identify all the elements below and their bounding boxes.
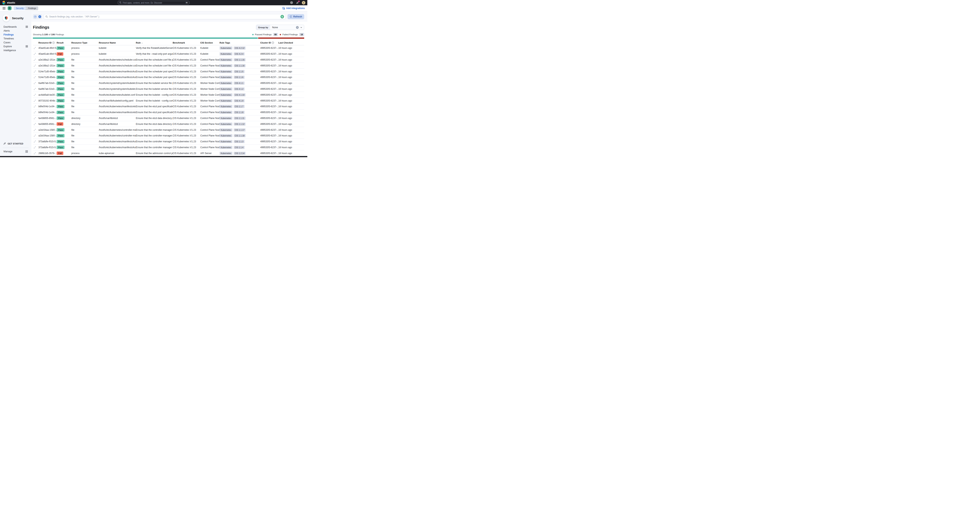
findings-legend: Passed Findings 88 Failed Findings 18 [252,33,304,36]
expand-row-icon[interactable]: ⤢ [33,129,36,131]
help-icon[interactable]: ? [272,41,274,44]
rule-tag-badge: CIS 1.1.4 [234,146,245,149]
expand-row-icon[interactable]: ⤢ [33,105,36,108]
sidebar-item-timelines[interactable]: Timelines [3,37,29,40]
saved-query-menu-button[interactable] [33,14,37,19]
user-avatar[interactable]: t [302,1,305,5]
resource-id-cell[interactable]: a2dc54aa-1580-... [38,134,57,137]
group-by-control[interactable]: Group by None ✕ [256,25,304,30]
expand-row-icon[interactable]: ⤢ [33,58,36,61]
sidebar-item-cases[interactable]: Cases [3,41,29,44]
resource-id-cell[interactable]: 6a4fb7ab-02e3-... [38,82,57,84]
resource-id-cell[interactable]: 40ae61ab-89cf-5... [38,52,57,55]
rule-tags-cell: KubernetesCIS 4.1.1 [220,81,260,85]
resource-id-cell[interactable]: a2dc54aa-1580-... [38,129,57,131]
resource-id-cell[interactable]: fa438855-8561-... [38,123,57,126]
resource-type-cell: process [72,47,99,49]
global-search-input[interactable] [123,2,185,4]
sidebar-item-dashboards[interactable]: Dashboards [3,25,29,28]
column-header[interactable]: Last Checked [278,41,304,44]
resource-id-cell[interactable]: 514e71d5-85eb-... [38,76,57,79]
resource-type-cell: directory [72,123,99,126]
expand-row-icon[interactable]: ⤢ [33,46,36,49]
add-filter-button[interactable]: + [37,14,42,19]
sidebar-item-explore[interactable]: Explore [3,45,29,48]
global-search-bar[interactable]: ⌘/ [118,1,189,5]
grammarly-icon[interactable]: G [280,15,284,18]
expand-row-icon[interactable]: ⤢ [33,70,36,73]
column-header[interactable]: Resource Name [99,41,136,44]
column-header[interactable]: Rule ↓ [136,41,173,44]
space-badge[interactable]: D [8,6,11,10]
sidebar-item-alerts[interactable]: Alerts [3,29,29,32]
column-header[interactable]: Cluster ID ? [260,41,278,44]
cis-section-cell: Control Plane Node... [200,105,220,108]
cluster-id-cell: 499533f3-6237-... [260,152,278,155]
resource-id-cell[interactable]: b6fe004d-1e34-... [38,111,57,114]
add-integrations-link[interactable]: Add integrations [282,7,305,10]
resource-id-cell[interactable]: 373a6dfe-f015-5... [38,140,57,143]
resource-id-cell[interactable]: 373a6dfe-f015-5... [38,146,57,149]
column-header[interactable]: CIS Section [200,41,220,44]
column-header[interactable]: Resource Type [72,41,99,44]
resource-id-cell[interactable]: 40ae61ab-89cf-5... [38,47,57,49]
resource-id-cell[interactable]: ac4dd5a8-be30-... [38,94,57,96]
expand-row-icon[interactable]: ⤢ [33,76,36,79]
findings-search-box[interactable]: G [44,14,286,19]
expand-row-icon[interactable]: ⤢ [33,152,36,155]
findings-search-input[interactable] [49,15,279,18]
sidebar-item-manage[interactable]: Manage [3,150,29,153]
findings-query-bar: + G Refresh [31,11,307,22]
expand-row-icon[interactable]: ⤢ [33,122,36,126]
benchmark-cell: CIS Kubernetes V1.23 [173,129,200,131]
security-shield-icon [4,16,8,20]
column-header[interactable]: Resource ID ? [38,41,57,44]
expand-row-icon[interactable]: ⤢ [33,93,36,96]
expand-row-icon[interactable]: ⤢ [33,64,36,67]
resource-id-cell[interactable]: a2e168a2-151e-... [38,59,57,61]
whats-new-button[interactable] [296,1,299,4]
chevron-down-icon[interactable] [300,26,302,29]
cluster-id-cell: 499533f3-6237-... [260,105,278,108]
expand-row-icon[interactable]: ⤢ [33,146,36,149]
resource-id-cell[interactable]: 514e71d5-85eb-... [38,70,57,73]
expand-row-icon[interactable]: ⤢ [33,111,36,114]
column-header[interactable]: Benchmark [173,41,200,44]
resource-id-cell[interactable]: 266fb1b5-3579-... [38,152,57,155]
last-checked-cell: 16 hours ago [278,152,304,155]
refresh-button[interactable]: Refresh [288,14,304,19]
elastic-logo[interactable]: elastic [2,1,15,5]
expand-row-icon[interactable]: ⤢ [33,87,36,91]
benchmark-cell: CIS Kubernetes V1.23 [173,64,200,67]
resource-id-cell[interactable]: 6a4fb7ab-02e3-... [38,87,57,91]
sort-down-icon[interactable]: ↓ [142,41,143,44]
resource-id-cell[interactable]: fa438855-8561-... [38,117,57,119]
rule-tag-badge: CIS 1.1.16 [234,64,246,67]
group-by-clear-button[interactable]: ✕ [296,26,299,29]
menu-toggle-button[interactable] [3,7,5,10]
expand-row-icon[interactable]: ⤢ [33,140,36,143]
resource-id-cell[interactable]: b6fe004d-1e34-... [38,105,57,108]
resource-type-cell: process [72,152,99,155]
group-by-value: None [270,26,296,29]
column-header[interactable]: Result [57,41,72,44]
sidebar-item-intelligence[interactable]: Intelligence [3,49,29,52]
resource-id-cell[interactable]: 80733192-904b-... [38,99,57,102]
sidebar-item-findings[interactable]: Findings [3,33,29,36]
breadcrumb-security[interactable]: Security [14,6,27,10]
expand-row-icon[interactable]: ⤢ [33,99,36,102]
expand-row-icon[interactable]: ⤢ [33,117,36,119]
expand-row-icon[interactable]: ⤢ [33,81,36,84]
rule-tags-cell: KubernetesCIS 1.1.16 [220,64,260,67]
benchmark-cell: CIS Kubernetes V1.23 [173,111,200,114]
expand-row-icon[interactable]: ⤢ [33,134,36,137]
help-icon[interactable]: ? [52,41,55,44]
resource-id-cell[interactable]: a2e168a2-151e-... [38,64,57,67]
resource-name-cell: /hostfs/var/lib/kubelet/config.yaml [99,99,136,102]
table-header-row: Resource ID ? Result Resource Type Resou… [33,41,304,45]
expand-row-icon[interactable]: ⤢ [33,52,36,55]
help-button[interactable] [290,1,293,4]
breadcrumb-bar: D Security Findings Add integrations [0,5,307,11]
sidebar-item-get-started[interactable]: GET STARTED [3,141,29,146]
column-header[interactable]: Rule Tags [220,41,260,44]
